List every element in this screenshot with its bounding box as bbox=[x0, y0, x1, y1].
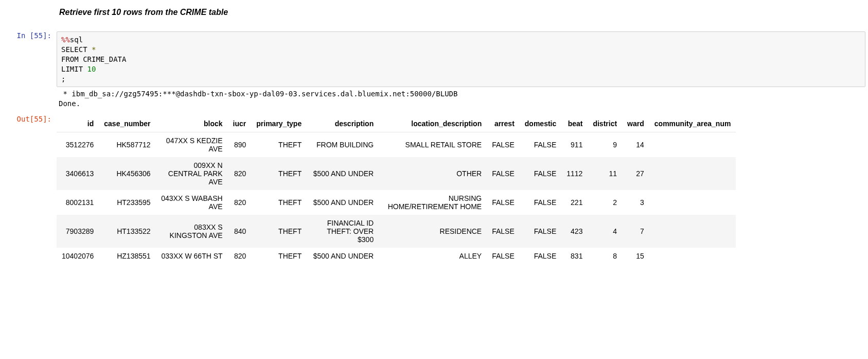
cell-arrest: FALSE bbox=[487, 190, 520, 215]
code-line-1a: SELECT bbox=[61, 45, 92, 54]
output-cell: Out[55]: id case_number block iucr prima… bbox=[0, 112, 868, 267]
cell-block: 047XX S KEDZIE AVE bbox=[156, 132, 228, 158]
table-header-row: id case_number block iucr primary_type d… bbox=[57, 115, 736, 132]
markdown-prompt-spacer bbox=[0, 0, 54, 29]
cell-arrest: FALSE bbox=[487, 157, 520, 190]
markdown-cell: Retrieve first 10 rows from the CRIME ta… bbox=[0, 0, 868, 29]
cell-case_number: HZ138551 bbox=[99, 248, 155, 264]
code-magic: %% bbox=[61, 36, 70, 44]
table-body: 3512276HK587712047XX S KEDZIE AVE890THEF… bbox=[57, 132, 736, 265]
cell-arrest: FALSE bbox=[487, 215, 520, 248]
cell-arrest: FALSE bbox=[487, 132, 520, 158]
table-row: 7903289HT133522083XX S KINGSTON AVE840TH… bbox=[57, 215, 736, 248]
cell-community_area_num bbox=[649, 132, 736, 158]
cell-primary_type: THEFT bbox=[251, 157, 307, 190]
cell-district: 2 bbox=[588, 190, 622, 215]
cell-block: 033XX W 66TH ST bbox=[156, 248, 228, 264]
cell-id: 3406613 bbox=[57, 157, 99, 190]
table-row: 3406613HK456306009XX N CENTRAL PARK AVE8… bbox=[57, 157, 736, 190]
table-row: 3512276HK587712047XX S KEDZIE AVE890THEF… bbox=[57, 132, 736, 158]
cell-primary_type: THEFT bbox=[251, 248, 307, 264]
cell-district: 9 bbox=[588, 132, 622, 158]
cell-block: 083XX S KINGSTON AVE bbox=[156, 215, 228, 248]
cell-district: 11 bbox=[588, 157, 622, 190]
cell-domestic: FALSE bbox=[520, 248, 561, 264]
code-line-1b: * bbox=[92, 45, 96, 54]
cell-description: $500 AND UNDER bbox=[307, 248, 379, 264]
th-ward: ward bbox=[622, 115, 649, 132]
cell-domestic: FALSE bbox=[520, 157, 561, 190]
th-community-area: community_area_num bbox=[649, 115, 736, 132]
cell-beat: 831 bbox=[561, 248, 588, 264]
markdown-heading: Retrieve first 10 rows from the CRIME ta… bbox=[57, 3, 865, 26]
cell-id: 7903289 bbox=[57, 215, 99, 248]
code-line-3b: 10 bbox=[87, 65, 96, 73]
cell-location_description: OTHER bbox=[379, 157, 487, 190]
cell-primary_type: THEFT bbox=[251, 132, 307, 158]
cell-primary_type: THEFT bbox=[251, 215, 307, 248]
table-row: 8002131HT233595043XX S WABASH AVE820THEF… bbox=[57, 190, 736, 215]
cell-description: FROM BUILDING bbox=[307, 132, 379, 158]
cell-iucr: 840 bbox=[228, 215, 252, 248]
stream-output: * ibm_db_sa://gzg57495:***@dashdb-txn-sb… bbox=[57, 87, 865, 110]
cell-location_description: ALLEY bbox=[379, 248, 487, 264]
th-id: id bbox=[57, 115, 99, 132]
cell-community_area_num bbox=[649, 215, 736, 248]
code-line-4: ; bbox=[61, 75, 65, 83]
cell-beat: 221 bbox=[561, 190, 588, 215]
th-district: district bbox=[588, 115, 622, 132]
input-prompt: In [55]: bbox=[0, 29, 54, 112]
cell-case_number: HT133522 bbox=[99, 215, 155, 248]
cell-description: FINANCIAL ID THEFT: OVER $300 bbox=[307, 215, 379, 248]
cell-iucr: 820 bbox=[228, 190, 252, 215]
cell-id: 3512276 bbox=[57, 132, 99, 158]
cell-domestic: FALSE bbox=[520, 132, 561, 158]
cell-ward: 7 bbox=[622, 215, 649, 248]
cell-ward: 15 bbox=[622, 248, 649, 264]
cell-ward: 3 bbox=[622, 190, 649, 215]
cell-district: 8 bbox=[588, 248, 622, 264]
code-line-2: FROM CRIME_DATA bbox=[61, 55, 126, 63]
cell-ward: 27 bbox=[622, 157, 649, 190]
cell-block: 009XX N CENTRAL PARK AVE bbox=[156, 157, 228, 190]
cell-description: $500 AND UNDER bbox=[307, 190, 379, 215]
th-beat: beat bbox=[561, 115, 588, 132]
cell-iucr: 820 bbox=[228, 248, 252, 264]
cell-id: 10402076 bbox=[57, 248, 99, 264]
cell-iucr: 890 bbox=[228, 132, 252, 158]
cell-community_area_num bbox=[649, 157, 736, 190]
code-input-cell: In [55]: %%sql SELECT * FROM CRIME_DATA … bbox=[0, 29, 868, 112]
output-prompt: Out[55]: bbox=[0, 112, 54, 267]
cell-community_area_num bbox=[649, 248, 736, 264]
cell-case_number: HK587712 bbox=[99, 132, 155, 158]
cell-arrest: FALSE bbox=[487, 248, 520, 264]
cell-beat: 911 bbox=[561, 132, 588, 158]
cell-location_description: NURSING HOME/RETIREMENT HOME bbox=[379, 190, 487, 215]
cell-description: $500 AND UNDER bbox=[307, 157, 379, 190]
th-location-description: location_description bbox=[379, 115, 487, 132]
cell-domestic: FALSE bbox=[520, 190, 561, 215]
cell-iucr: 820 bbox=[228, 157, 252, 190]
th-iucr: iucr bbox=[228, 115, 252, 132]
cell-case_number: HK456306 bbox=[99, 157, 155, 190]
table-row: 10402076HZ138551033XX W 66TH ST820THEFT$… bbox=[57, 248, 736, 264]
cell-id: 8002131 bbox=[57, 190, 99, 215]
code-editor[interactable]: %%sql SELECT * FROM CRIME_DATA LIMIT 10 … bbox=[57, 31, 865, 87]
th-block: block bbox=[156, 115, 228, 132]
cell-domestic: FALSE bbox=[520, 215, 561, 248]
cell-primary_type: THEFT bbox=[251, 190, 307, 215]
cell-beat: 423 bbox=[561, 215, 588, 248]
code-magic-name: sql bbox=[70, 36, 83, 44]
cell-community_area_num bbox=[649, 190, 736, 215]
cell-location_description: RESIDENCE bbox=[379, 215, 487, 248]
cell-location_description: SMALL RETAIL STORE bbox=[379, 132, 487, 158]
th-case-number: case_number bbox=[99, 115, 155, 132]
cell-district: 4 bbox=[588, 215, 622, 248]
cell-ward: 14 bbox=[622, 132, 649, 158]
th-primary-type: primary_type bbox=[251, 115, 307, 132]
cell-case_number: HT233595 bbox=[99, 190, 155, 215]
th-arrest: arrest bbox=[487, 115, 520, 132]
th-domestic: domestic bbox=[520, 115, 561, 132]
code-line-3a: LIMIT bbox=[61, 65, 87, 73]
th-description: description bbox=[307, 115, 379, 132]
